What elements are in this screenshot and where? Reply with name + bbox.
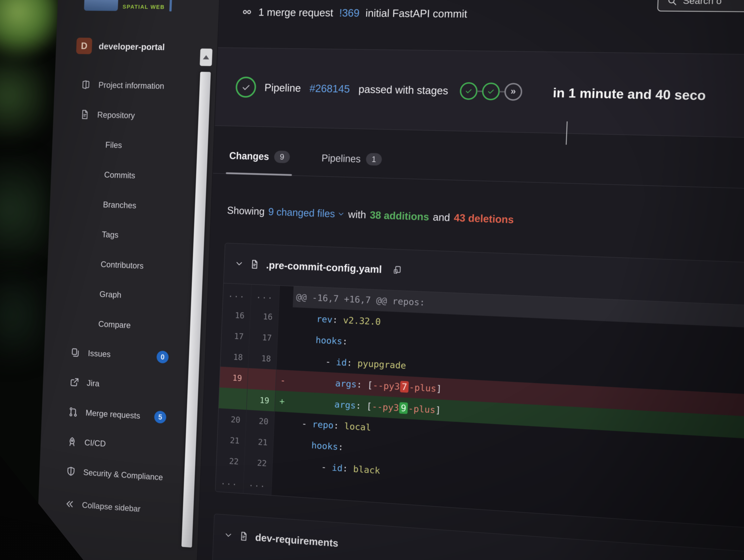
diff-old-line-number[interactable]: 20 xyxy=(218,408,247,431)
sidebar-item-repository[interactable]: Repository xyxy=(53,99,215,132)
diff-line-marker: - xyxy=(276,370,290,391)
diff-expand-button[interactable]: ... xyxy=(251,285,280,307)
file-name[interactable]: .pre-commit-config.yaml xyxy=(266,259,382,275)
mr-count-text: 1 merge request xyxy=(258,6,333,19)
background-foliage-bokeh xyxy=(0,261,43,382)
double-chevron-left-icon xyxy=(65,498,75,510)
pipeline-status-text: passed with stages xyxy=(358,83,448,97)
pipeline-label: Pipeline xyxy=(264,81,301,94)
sidebar-scroll-up-button[interactable] xyxy=(200,48,213,66)
project-name: developer-portal xyxy=(99,41,165,52)
background-foliage-bokeh xyxy=(0,147,48,287)
diff-line-marker xyxy=(276,349,291,370)
pipeline-duration: in 1 minute and 40 seco xyxy=(553,85,706,103)
doc-icon xyxy=(80,109,90,120)
tab-changes-label: Changes xyxy=(229,150,269,162)
diff-old-line-number[interactable]: 22 xyxy=(216,450,245,473)
merge-request-icon xyxy=(68,407,78,418)
sidebar: SPATIAL WEB D developer-portal Project i… xyxy=(36,0,220,560)
sidebar-item-label: Commits xyxy=(104,170,136,180)
diff-line-marker xyxy=(279,286,294,307)
tab-pipelines[interactable]: Pipelines 1 xyxy=(321,140,383,178)
chevron-down-icon xyxy=(337,210,345,218)
project-avatar: D xyxy=(76,38,92,54)
summary-prefix: Showing xyxy=(227,204,265,217)
diff-expand-button[interactable]: ... xyxy=(216,471,244,493)
file-name[interactable]: dev-requirements xyxy=(255,531,338,549)
pipeline-stage-skipped-icon[interactable]: » xyxy=(504,83,522,101)
diff-line-marker xyxy=(271,474,286,496)
changed-files-dropdown[interactable]: 9 changed files xyxy=(268,206,345,220)
sidebar-item-commits[interactable]: Commits xyxy=(50,158,213,193)
diff-new-line-number[interactable] xyxy=(248,368,276,390)
background-foliage-bokeh xyxy=(0,0,60,66)
tab-changes[interactable]: Changes 9 xyxy=(229,138,290,175)
pipeline-number-link[interactable]: #268145 xyxy=(309,82,350,95)
diff-old-line-number[interactable]: 21 xyxy=(217,429,246,451)
diff-old-line-number[interactable]: 18 xyxy=(220,346,249,368)
commits-icon xyxy=(241,6,253,17)
diff-expand-button[interactable]: ... xyxy=(244,473,272,495)
sidebar-item-label: Graph xyxy=(100,289,121,300)
sidebar-item-label: Compare xyxy=(98,319,131,330)
stage-connector xyxy=(499,91,505,92)
pipeline-stage-passed-icon[interactable] xyxy=(459,82,478,100)
pipeline-stage-passed-icon[interactable] xyxy=(482,82,500,101)
sidebar-item-label: Contributors xyxy=(101,260,144,271)
diff-expand-button[interactable]: ... xyxy=(223,284,252,305)
diff-old-line-number[interactable] xyxy=(219,387,248,410)
sidebar-item-files[interactable]: Files xyxy=(52,128,214,163)
rocket-icon xyxy=(67,436,77,447)
additions-count: 38 additions xyxy=(370,209,430,223)
sidebar-item-label: Branches xyxy=(103,200,137,210)
file-icon xyxy=(250,259,260,269)
copy-path-icon[interactable] xyxy=(392,265,402,275)
diff-file-card: .pre-commit-config.yaml ......@@ -16,7 +… xyxy=(215,243,744,529)
tab-pipelines-badge: 1 xyxy=(366,153,382,165)
diff-old-line-number[interactable]: 16 xyxy=(222,304,251,326)
diff-old-line-number[interactable]: 19 xyxy=(220,367,248,389)
file-icon xyxy=(239,531,249,542)
check-icon xyxy=(240,82,251,92)
mr-reference-link[interactable]: !369 xyxy=(339,7,360,19)
chevron-down-icon[interactable] xyxy=(224,531,232,540)
pipeline-passed-icon xyxy=(235,76,256,98)
diff-new-line-number[interactable]: 22 xyxy=(244,451,273,474)
collapse-sidebar-button[interactable]: Collapse sidebar xyxy=(65,498,141,514)
project-row[interactable]: D developer-portal xyxy=(76,38,165,55)
chevron-down-icon[interactable] xyxy=(235,259,244,268)
sidebar-item-label: Issues xyxy=(88,348,111,359)
diff-line-marker xyxy=(273,432,288,454)
diff-new-line-number[interactable]: 16 xyxy=(250,305,279,328)
sidebar-item-project-information[interactable]: Project information xyxy=(54,69,216,102)
summary-middle: with xyxy=(348,208,366,221)
diff-new-line-number[interactable]: 18 xyxy=(248,347,277,369)
search-box[interactable]: Search o xyxy=(657,0,744,12)
sidebar-item-label: Project information xyxy=(98,80,164,91)
org-logo[interactable]: SPATIAL WEB xyxy=(84,0,172,11)
sidebar-item-branches[interactable]: Branches xyxy=(49,188,212,223)
org-logo-bar xyxy=(169,0,172,11)
diff-new-line-number[interactable]: 17 xyxy=(249,326,278,349)
diff-new-line-number[interactable]: 21 xyxy=(245,431,274,453)
mr-tabs: Changes 9 Pipelines 1 xyxy=(213,137,744,190)
search-input[interactable]: Search o xyxy=(683,0,722,6)
sidebar-item-label: Tags xyxy=(102,230,119,239)
sidebar-item-label: Security & Compliance xyxy=(83,468,163,482)
count-badge-issues: 0 xyxy=(156,350,169,364)
diff-old-line-number[interactable]: 17 xyxy=(221,325,250,347)
sidebar-item-label: Merge requests xyxy=(85,408,140,421)
merge-request-summary-line: 1 merge request !369 initial FastAPI com… xyxy=(241,6,468,20)
diff-new-line-number[interactable]: 20 xyxy=(246,410,275,432)
org-logo-mark xyxy=(84,0,118,11)
mr-title: initial FastAPI commit xyxy=(365,7,467,20)
sidebar-item-label: Repository xyxy=(97,110,135,120)
diff-table: ......@@ -16,7 +16,7 @@ repos:1616 rev: … xyxy=(216,284,744,529)
org-logo-text: SPATIAL WEB xyxy=(122,3,165,11)
diff-new-line-number[interactable]: 19 xyxy=(247,389,276,411)
tab-changes-badge: 9 xyxy=(274,150,290,163)
issues-icon xyxy=(71,347,81,358)
stage-connector xyxy=(477,90,482,92)
diff-line-marker xyxy=(274,411,289,433)
diff-line-marker xyxy=(278,307,293,328)
